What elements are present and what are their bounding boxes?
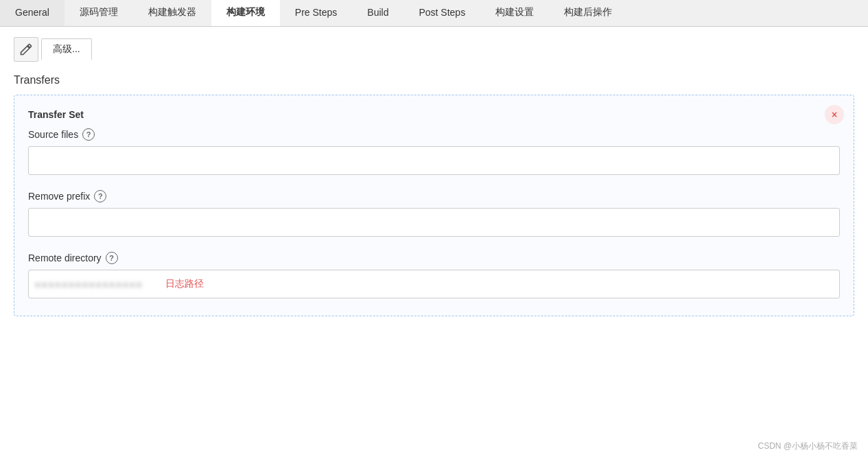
icon-row: 高级... bbox=[14, 37, 854, 62]
tab-build[interactable]: Build bbox=[352, 0, 403, 26]
tab-general[interactable]: General bbox=[0, 0, 64, 26]
main-content: 高级... Transfers Transfer Set × Source fi… bbox=[0, 27, 868, 459]
tab-post-build[interactable]: 构建后操作 bbox=[549, 0, 627, 26]
tab-build-trigger[interactable]: 构建触发器 bbox=[133, 0, 211, 26]
tab-source-mgmt[interactable]: 源码管理 bbox=[64, 0, 133, 26]
tab-pre-steps[interactable]: Pre Steps bbox=[280, 0, 352, 26]
close-transfer-set-button[interactable]: × bbox=[825, 105, 844, 124]
source-files-help-icon[interactable]: ? bbox=[82, 128, 95, 141]
tab-build-env[interactable]: 构建环境 bbox=[211, 0, 280, 26]
transfer-container: Transfer Set × Source files ? Remove pre… bbox=[14, 95, 854, 316]
remove-prefix-help-icon[interactable]: ? bbox=[94, 190, 106, 202]
tab-build-settings[interactable]: 构建设置 bbox=[480, 0, 549, 26]
remove-prefix-input[interactable] bbox=[28, 208, 840, 237]
source-files-input[interactable] bbox=[28, 146, 840, 175]
pencil-icon-button[interactable] bbox=[14, 37, 38, 62]
transfer-set-title: Transfer Set bbox=[28, 109, 840, 120]
remote-directory-help-icon[interactable]: ? bbox=[106, 252, 118, 264]
remote-directory-label: Remote directory ? bbox=[28, 252, 840, 264]
remote-directory-input[interactable] bbox=[28, 270, 840, 298]
tab-post-steps[interactable]: Post Steps bbox=[403, 0, 480, 26]
advanced-button[interactable]: 高级... bbox=[41, 38, 92, 60]
transfers-label: Transfers bbox=[14, 74, 854, 86]
remote-directory-wrapper: ●●●●●●●●●●●●●●●● 日志路径 bbox=[28, 270, 840, 298]
tab-bar: General 源码管理 构建触发器 构建环境 Pre Steps Build … bbox=[0, 0, 868, 27]
remove-prefix-label: Remove prefix ? bbox=[28, 190, 840, 202]
watermark: CSDN @小杨小杨不吃香菜 bbox=[758, 440, 858, 452]
source-files-label: Source files ? bbox=[28, 128, 840, 141]
